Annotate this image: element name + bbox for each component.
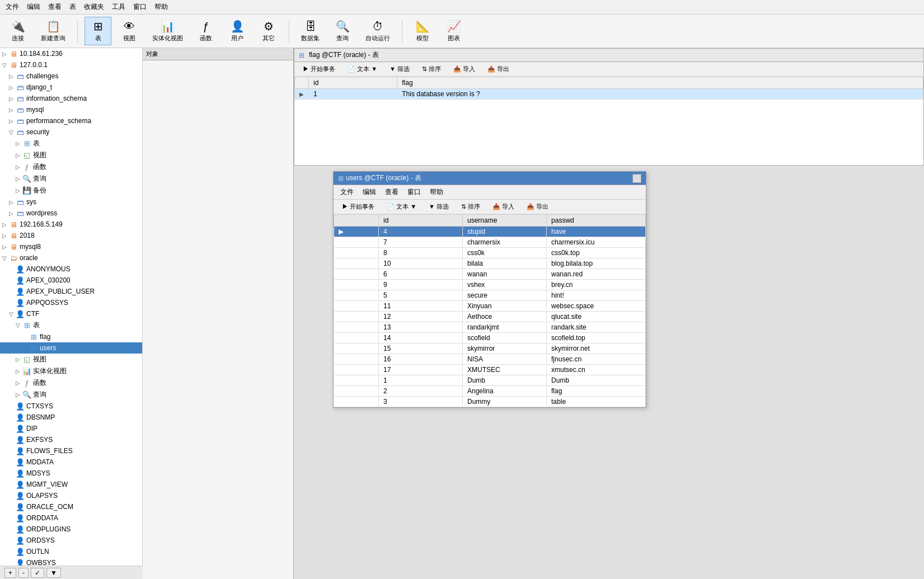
- table-row[interactable]: 6 wanan wanan.red: [334, 269, 646, 280]
- table-row[interactable]: ▶ 1 This database version is ?: [295, 89, 923, 100]
- flag-btn-import[interactable]: 📥 导入: [448, 63, 480, 75]
- sidebar-item-OLAPSYS[interactable]: 👤 OLAPSYS: [0, 490, 142, 501]
- toolbar-new-query[interactable]: 📋 新建查询: [36, 17, 71, 45]
- table-row[interactable]: 2 Angelina flag: [334, 386, 646, 397]
- toolbar-other[interactable]: ⚙ 其它: [255, 17, 282, 45]
- sidebar-item-security-view[interactable]: ▷ ◱ 视图: [0, 149, 142, 161]
- sidebar-item-ORACLE-OCM[interactable]: 👤 ORACLE_OCM: [0, 501, 142, 512]
- sidebar-item-ORDPLUGINS[interactable]: 👤 ORDPLUGINS: [0, 524, 142, 535]
- flag-btn-text[interactable]: 📄 文本 ▼: [343, 63, 382, 75]
- sidebar-item-127[interactable]: ▽ 🖥 127.0.0.1: [0, 59, 142, 70]
- minimize-btn[interactable]: _: [632, 174, 641, 183]
- table-row[interactable]: 11 Xinyuan websec.space: [334, 301, 646, 312]
- users-menu-file[interactable]: 文件: [337, 186, 357, 198]
- sidebar-item-APEX030200[interactable]: 👤 APEX_030200: [0, 275, 142, 286]
- toolbar-connect[interactable]: 🔌 连接: [4, 17, 31, 45]
- sidebar-item-information-schema[interactable]: ▷ 🗃 information_schema: [0, 93, 142, 104]
- toolbar-model[interactable]: 📐 模型: [409, 17, 436, 45]
- table-row[interactable]: 13 randarkjmt randark.site: [334, 322, 646, 333]
- sidebar-item-CTF-funcs[interactable]: ▷ ƒ 函数: [0, 377, 142, 389]
- table-row[interactable]: 12 Aethoce qlucat.site: [334, 312, 646, 322]
- users-btn-filter[interactable]: ▼ 筛选: [424, 201, 454, 213]
- sidebar-item-APPQOSSYS[interactable]: 👤 APPQOSSYS: [0, 297, 142, 308]
- sidebar-item-MDSYS[interactable]: 👤 MDSYS: [0, 468, 142, 479]
- table-row[interactable]: 7 charmersix charmersix.icu: [334, 237, 646, 248]
- sidebar-item-CTF-views[interactable]: ▷ ◱ 视图: [0, 354, 142, 365]
- sidebar-item-security[interactable]: ▽ 🗃 security: [0, 126, 142, 138]
- sidebar-item-10-184[interactable]: ▷ 🖥 10.184.61.236: [0, 48, 142, 59]
- menu-tools[interactable]: 工具: [109, 1, 129, 13]
- table-row[interactable]: 15 skymirror skymirror.net: [334, 343, 646, 354]
- toolbar-user[interactable]: 👤 用户: [224, 17, 251, 45]
- sidebar-item-MDDATA[interactable]: 👤 MDDATA: [0, 456, 142, 468]
- sidebar-item-CTF-tables[interactable]: ▽ ⊞ 表: [0, 319, 142, 331]
- sidebar-item-DIP[interactable]: 👤 DIP: [0, 423, 142, 434]
- menu-window[interactable]: 窗口: [130, 1, 150, 13]
- sidebar-item-CTF-matviews[interactable]: ▷ 📊 实体化视图: [0, 365, 142, 377]
- sidebar-item-192[interactable]: ▷ 🖥 192.168.5.149: [0, 219, 142, 230]
- sidebar-item-oracle[interactable]: ▽ 🗂 oracle: [0, 252, 142, 263]
- toolbar-view[interactable]: 👁 视图: [116, 17, 143, 45]
- flag-btn-export[interactable]: 📤 导出: [482, 63, 514, 75]
- sidebar-item-challenges[interactable]: ▷ 🗃 challenges: [0, 70, 142, 82]
- users-btn-text[interactable]: 📄 文本 ▼: [382, 201, 421, 213]
- toolbar-datasource[interactable]: 🗄 数据集: [296, 17, 325, 45]
- sidebar-item-mysql8[interactable]: ▷ 🖥 mysql8: [0, 241, 142, 252]
- sidebar-item-django-t[interactable]: ▷ 🗃 django_t: [0, 82, 142, 93]
- sidebar-item-mysql[interactable]: ▷ 🗃 mysql: [0, 104, 142, 115]
- table-row[interactable]: 5 secure hint!: [334, 290, 646, 301]
- sidebar-scroll[interactable]: ▷ 🖥 10.184.61.236 ▽ 🖥 127.0.0.1 ▷ 🗃 chal…: [0, 48, 142, 579]
- users-btn-import[interactable]: 📥 导入: [487, 201, 519, 213]
- users-menu-view[interactable]: 查看: [382, 186, 402, 198]
- table-row[interactable]: 17 XMUTSEC xmutsec.cn: [334, 365, 646, 375]
- sidebar-item-CTF-queries[interactable]: ▷ 🔍 查询: [0, 389, 142, 401]
- table-row[interactable]: 1 Dumb Dumb: [334, 375, 646, 386]
- users-btn-start-tx[interactable]: ▶ 开始事务: [337, 201, 379, 213]
- toolbar-chart[interactable]: 📈 图表: [440, 17, 467, 45]
- table-row[interactable]: ▶ 4 stupid have: [334, 227, 646, 237]
- toolbar-function[interactable]: ƒ 函数: [193, 17, 219, 45]
- sidebar-item-security-table[interactable]: ▷ ⊞ 表: [0, 138, 142, 149]
- sidebar-item-APEX-PUBLIC-USER[interactable]: 👤 APEX_PUBLIC_USER: [0, 286, 142, 297]
- users-btn-sort[interactable]: ⇅ 排序: [456, 201, 485, 213]
- sidebar-item-perf-schema[interactable]: ▷ 🗃 performance_schema: [0, 115, 142, 126]
- menu-file[interactable]: 文件: [2, 1, 22, 13]
- sidebar-add-btn[interactable]: +: [4, 568, 16, 578]
- sidebar-item-ANONYMOUS[interactable]: 👤 ANONYMOUS: [0, 263, 142, 275]
- menu-edit[interactable]: 编辑: [24, 1, 44, 13]
- users-menu-window[interactable]: 窗口: [404, 186, 424, 198]
- users-menu-edit[interactable]: 编辑: [359, 186, 379, 198]
- sidebar-item-security-func[interactable]: ▷ ƒ 函数: [0, 161, 142, 173]
- menu-view[interactable]: 查看: [45, 1, 65, 13]
- toolbar-query[interactable]: 🔍 查询: [329, 17, 356, 45]
- sidebar-item-CTXSYS[interactable]: 👤 CTXSYS: [0, 401, 142, 412]
- sidebar-item-flag[interactable]: ⊞ flag: [0, 331, 142, 342]
- table-row[interactable]: 10 bilala blog.bilala.top: [334, 258, 646, 269]
- sidebar-item-ORDDATA[interactable]: 👤 ORDDATA: [0, 512, 142, 524]
- sidebar-remove-btn[interactable]: -: [18, 568, 29, 578]
- table-row[interactable]: 14 scofield scofield.top: [334, 333, 646, 343]
- menu-help[interactable]: 帮助: [151, 1, 171, 13]
- flag-btn-filter[interactable]: ▼ 筛选: [384, 63, 415, 75]
- sidebar-item-CTF[interactable]: ▽ 👤 CTF: [0, 308, 142, 319]
- users-btn-export[interactable]: 📤 导出: [522, 201, 554, 213]
- toolbar-mat-view[interactable]: 📊 实体化视图: [147, 17, 188, 45]
- menu-table[interactable]: 表: [66, 1, 79, 13]
- toolbar-autorun[interactable]: ⏱ 自动运行: [360, 17, 395, 45]
- sidebar-item-ORDSYS[interactable]: 👤 ORDSYS: [0, 535, 142, 546]
- sidebar-item-MGMT-VIEW[interactable]: 👤 MGMT_VIEW: [0, 479, 142, 490]
- sidebar-item-DBSNMP[interactable]: 👤 DBSNMP: [0, 412, 142, 423]
- sidebar-item-wordpress[interactable]: ▷ 🗃 wordpress: [0, 208, 142, 219]
- table-row[interactable]: 9 vshex brey.cn: [334, 280, 646, 290]
- users-menu-help[interactable]: 帮助: [426, 186, 447, 198]
- table-row[interactable]: 8 css0k css0k.top: [334, 248, 646, 258]
- toolbar-table[interactable]: ⊞ 表: [85, 17, 111, 45]
- sidebar-item-OUTLN[interactable]: 👤 OUTLN: [0, 546, 142, 557]
- sidebar-item-FLOWS-FILES[interactable]: 👤 FLOWS_FILES: [0, 445, 142, 456]
- sidebar-item-sys[interactable]: ▷ 🗃 sys: [0, 196, 142, 208]
- sidebar-item-security-query[interactable]: ▷ 🔍 查询: [0, 173, 142, 185]
- sidebar-item-security-backup[interactable]: ▷ 💾 备份: [0, 185, 142, 196]
- sidebar-item-users[interactable]: ⊞ users: [0, 342, 142, 354]
- sidebar-check-btn[interactable]: ✓: [31, 568, 44, 578]
- table-row[interactable]: 3 Dummy table: [334, 397, 646, 407]
